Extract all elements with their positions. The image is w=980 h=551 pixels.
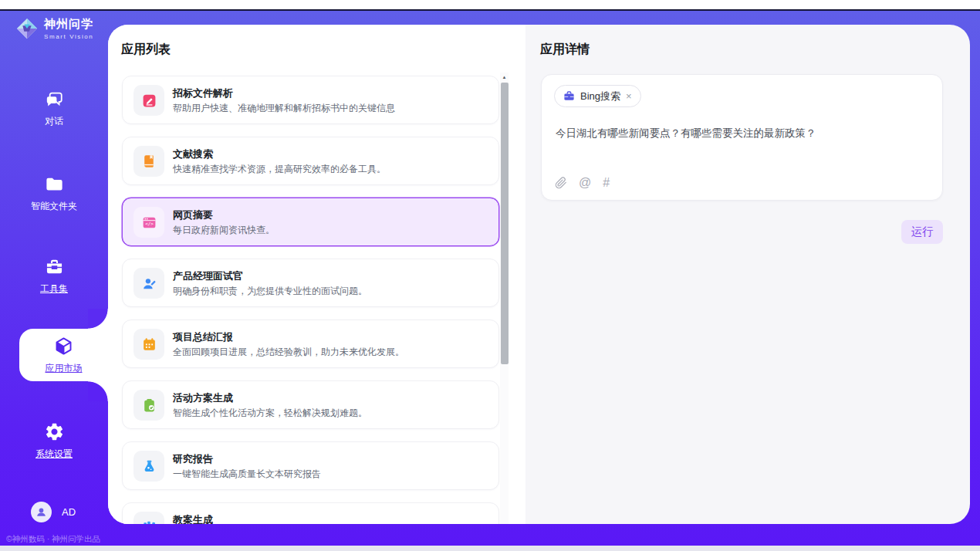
mention-at-icon[interactable]: @ (579, 176, 591, 190)
user-account[interactable]: AD (31, 502, 76, 522)
app-card-desc: 快速精准查找学术资源，提高研究效率的必备工具。 (173, 163, 386, 176)
copyright-text: ©神州数码 · 神州问学出品 (6, 534, 108, 545)
app-detail-title: 应用详情 (540, 42, 590, 58)
toolbox-icon (44, 256, 65, 277)
avatar (31, 502, 52, 522)
list-scrollbar[interactable]: ▲ ▼ (500, 73, 509, 524)
app-card-name: 教案生成 (173, 513, 213, 524)
app-card-desc: 智能生成个性化活动方案，轻松解决规划难题。 (173, 407, 367, 420)
page: 神州问学 Smart Vision 对话 智能文件夹 (0, 0, 980, 551)
sidebar-item-label: 系统设置 (0, 448, 108, 461)
app-card-literature-search[interactable]: 文献搜索 快速精准查找学术资源，提高研究效率的必备工具。 (122, 137, 499, 185)
app-list-title: 应用列表 (121, 42, 171, 58)
chip-close-icon[interactable]: × (626, 91, 632, 101)
app-card-name: 网页摘要 (173, 208, 213, 222)
sidebar-item-chat[interactable]: 对话 (0, 89, 108, 128)
attachment-toolbar: @ # (555, 176, 610, 190)
sidebar-item-settings[interactable]: 系统设置 (0, 421, 108, 461)
app-list-panel: 应用列表 招标文件解析 帮助用户快速、准确地理解和解析招标书中的关键信息 (108, 25, 525, 524)
paperclip-icon[interactable] (555, 177, 567, 189)
brand-subtitle: Smart Vision (44, 33, 93, 40)
tool-chip-bing-search[interactable]: Bing搜索 × (554, 85, 641, 107)
user-initials: AD (62, 506, 76, 518)
app-card-research-report[interactable]: 研究报告 一键智能生成高质量长文本研究报告 (122, 441, 499, 490)
app-card-lesson-plan[interactable]: 教案生成 模板驱动，教案秒成，教学准备从此轻松快捷 (122, 502, 499, 524)
chat-icon (44, 89, 65, 110)
app-card-pm-interviewer[interactable]: 产品经理面试官 明确身份和职责，为您提供专业性的面试问题。 (122, 259, 499, 307)
sidebar-item-smart-folder[interactable]: 智能文件夹 (0, 174, 108, 213)
app-list: 招标文件解析 帮助用户快速、准确地理解和解析招标书中的关键信息 (122, 76, 499, 524)
svg-text:</>: </> (145, 221, 154, 226)
ink-report-icon (133, 451, 164, 482)
scrollbar-thumb[interactable] (501, 83, 509, 364)
app-card-desc: 帮助用户快速、准确地理解和解析招标书中的关键信息 (173, 102, 395, 115)
app-card-name: 文献搜索 (173, 147, 213, 161)
app-card-desc: 明确身份和职责，为您提供专业性的面试问题。 (173, 285, 367, 298)
page-bottom-strip (0, 546, 980, 551)
app-card-desc: 每日政府新闻资讯快查。 (173, 224, 275, 237)
prompt-card[interactable]: Bing搜索 × 今日湖北有哪些新闻要点？有哪些需要关注的最新政策？ @ # (541, 74, 943, 201)
sidebar: 神州问学 Smart Vision 对话 智能文件夹 (0, 11, 108, 546)
app-card-name: 产品经理面试官 (173, 269, 243, 283)
books-icon (133, 512, 164, 524)
app-card-web-summary-selected[interactable]: </> 网页摘要 每日政府新闻资讯快查。 (122, 198, 499, 246)
app-card-name: 研究报告 (173, 452, 213, 466)
hash-tag-icon[interactable]: # (603, 176, 610, 190)
app-card-event-plan[interactable]: 活动方案生成 智能生成个性化活动方案，轻松解决规划难题。 (122, 380, 499, 429)
gear-icon (44, 421, 65, 442)
book-icon (133, 146, 164, 177)
sidebar-item-label: 智能文件夹 (0, 200, 108, 213)
app-card-bid-document-parse[interactable]: 招标文件解析 帮助用户快速、准确地理解和解析招标书中的关键信息 (122, 76, 499, 124)
brand: 神州问学 Smart Vision (15, 17, 93, 40)
content-area: 应用列表 招标文件解析 帮助用户快速、准确地理解和解析招标书中的关键信息 (108, 25, 970, 524)
briefcase-icon (563, 90, 575, 102)
calendar-note-icon (133, 329, 164, 360)
tool-chip-label: Bing搜索 (580, 90, 620, 103)
app-window: 神州问学 Smart Vision 对话 智能文件夹 (0, 9, 980, 546)
clipboard-check-icon (133, 390, 164, 421)
sidebar-item-label: 工具集 (0, 282, 108, 296)
sidebar-item-label: 应用市场 (19, 362, 108, 375)
folder-icon (44, 174, 65, 194)
app-card-name: 招标文件解析 (173, 86, 233, 100)
cube-icon (53, 336, 74, 357)
brand-logo-icon (15, 17, 39, 40)
app-card-name: 项目总结汇报 (173, 330, 233, 344)
app-card-project-summary[interactable]: 项目总结汇报 全面回顾项目进展，总结经验教训，助力未来优化发展。 (122, 319, 499, 368)
sidebar-item-app-market[interactable]: 应用市场 (19, 329, 108, 381)
interviewer-icon (133, 268, 164, 299)
run-button[interactable]: 运行 (901, 220, 943, 244)
pen-square-icon (133, 85, 164, 116)
scroll-up-arrow-icon[interactable]: ▲ (500, 73, 509, 82)
app-card-desc: 全面回顾项目进展，总结经验教训，助力未来优化发展。 (173, 346, 404, 359)
app-card-desc: 一键智能生成高质量长文本研究报告 (173, 468, 321, 481)
browser-code-icon: </> (133, 207, 164, 238)
brand-name: 神州问学 (44, 17, 93, 32)
query-input[interactable]: 今日湖北有哪些新闻要点？有哪些需要关注的最新政策？ (556, 127, 930, 140)
app-detail-panel: 应用详情 Bing搜索 × 今日湖北有哪些新闻要点？有哪些需要关注的最新政策？ (525, 25, 970, 524)
sidebar-item-toolset[interactable]: 工具集 (0, 256, 108, 296)
brand-text: 神州问学 Smart Vision (44, 17, 93, 40)
sidebar-item-label: 对话 (0, 115, 108, 128)
app-card-name: 活动方案生成 (173, 391, 233, 405)
person-icon (35, 505, 48, 519)
